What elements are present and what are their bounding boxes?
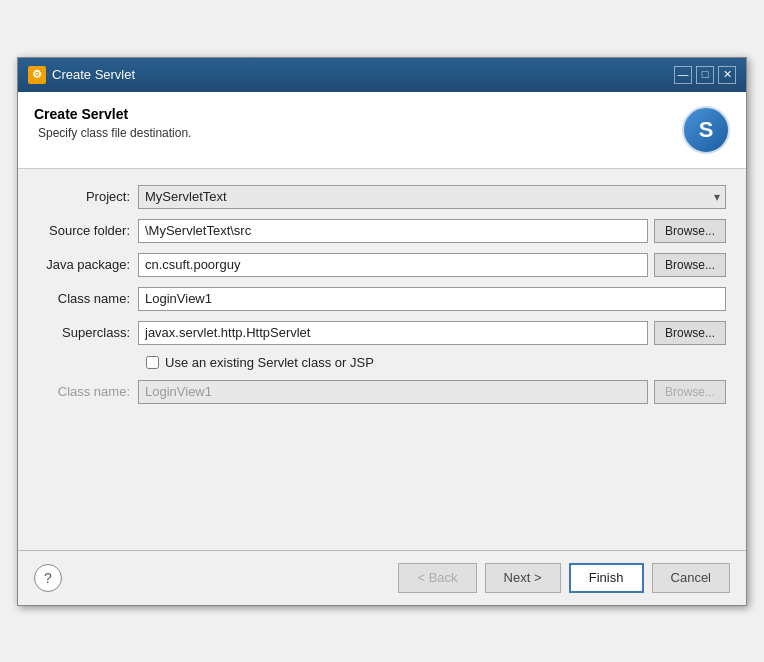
source-folder-label: Source folder: xyxy=(38,223,138,238)
source-folder-row: Source folder: Browse... xyxy=(38,219,726,243)
project-select[interactable]: MyServletText xyxy=(138,185,726,209)
java-package-label: Java package: xyxy=(38,257,138,272)
cancel-button[interactable]: Cancel xyxy=(652,563,730,593)
create-servlet-dialog: ⚙ Create Servlet — □ ✕ Create Servlet Sp… xyxy=(17,57,747,606)
superclass-browse-button[interactable]: Browse... xyxy=(654,321,726,345)
disabled-class-name-input xyxy=(138,380,648,404)
content-spacer xyxy=(38,414,726,534)
class-name-input[interactable] xyxy=(138,287,726,311)
class-name-label: Class name: xyxy=(38,291,138,306)
title-bar: ⚙ Create Servlet — □ ✕ xyxy=(18,58,746,92)
java-package-row: Java package: Browse... xyxy=(38,253,726,277)
use-existing-label[interactable]: Use an existing Servlet class or JSP xyxy=(165,355,374,370)
existing-servlet-row: Use an existing Servlet class or JSP xyxy=(146,355,726,370)
project-select-wrapper: MyServletText xyxy=(138,185,726,209)
title-bar-left: ⚙ Create Servlet xyxy=(28,66,135,84)
dialog-icon-symbol: ⚙ xyxy=(32,68,42,81)
source-folder-browse-button[interactable]: Browse... xyxy=(654,219,726,243)
java-package-input[interactable] xyxy=(138,253,648,277)
disabled-class-name-browse-button: Browse... xyxy=(654,380,726,404)
dialog-title: Create Servlet xyxy=(52,67,135,82)
finish-button[interactable]: Finish xyxy=(569,563,644,593)
disabled-class-name-label: Class name: xyxy=(38,384,138,399)
close-button[interactable]: ✕ xyxy=(718,66,736,84)
use-existing-checkbox[interactable] xyxy=(146,356,159,369)
back-button[interactable]: < Back xyxy=(398,563,476,593)
superclass-input[interactable] xyxy=(138,321,648,345)
footer-buttons: < Back Next > Finish Cancel xyxy=(398,563,730,593)
next-button[interactable]: Next > xyxy=(485,563,561,593)
project-label: Project: xyxy=(38,189,138,204)
class-name-row: Class name: xyxy=(38,287,726,311)
source-folder-input[interactable] xyxy=(138,219,648,243)
help-button[interactable]: ? xyxy=(34,564,62,592)
header-logo: S xyxy=(682,106,730,154)
dialog-icon: ⚙ xyxy=(28,66,46,84)
header-text: Create Servlet Specify class file destin… xyxy=(34,106,191,140)
header-subtitle: Specify class file destination. xyxy=(38,126,191,140)
superclass-row: Superclass: Browse... xyxy=(38,321,726,345)
header-title: Create Servlet xyxy=(34,106,191,122)
superclass-label: Superclass: xyxy=(38,325,138,340)
java-package-browse-button[interactable]: Browse... xyxy=(654,253,726,277)
form-content: Project: MyServletText Source folder: Br… xyxy=(18,169,746,550)
header-section: Create Servlet Specify class file destin… xyxy=(18,92,746,169)
maximize-button[interactable]: □ xyxy=(696,66,714,84)
footer: ? < Back Next > Finish Cancel xyxy=(18,551,746,605)
disabled-class-name-row: Class name: Browse... xyxy=(38,380,726,404)
minimize-button[interactable]: — xyxy=(674,66,692,84)
project-row: Project: MyServletText xyxy=(38,185,726,209)
title-bar-controls: — □ ✕ xyxy=(674,66,736,84)
